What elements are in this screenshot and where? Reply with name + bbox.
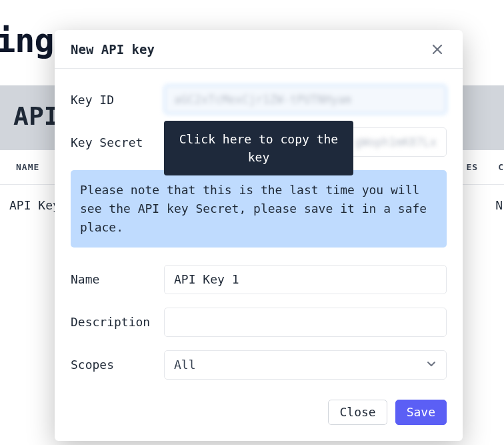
modal-footer: Close Save <box>55 400 463 441</box>
cell-right-fragment: N <box>495 198 504 212</box>
close-button[interactable]: Close <box>328 400 387 425</box>
new-api-key-modal: New API key Key ID aGC2xTcMexCjr1ZW-tPUT… <box>55 30 463 441</box>
label-key-id: Key ID <box>71 93 152 107</box>
secret-warning-notice: Please note that this is the last time y… <box>71 170 447 248</box>
key-secret-value: gWoph1mK87Lx <box>355 135 437 149</box>
chevron-down-icon <box>426 358 437 372</box>
copy-key-tooltip[interactable]: Click here to copy the key <box>164 121 353 175</box>
close-icon[interactable] <box>428 40 447 59</box>
cell-name: API Key <box>0 198 60 212</box>
row-key-id: Key ID aGC2xTcMexCjr1ZW-tPUTNHyam <box>71 85 447 114</box>
col-name-header: NAME <box>0 162 39 172</box>
key-id-field[interactable]: aGC2xTcMexCjr1ZW-tPUTNHyam <box>164 85 447 114</box>
col-header-fragment-right: ES <box>467 162 484 172</box>
scopes-select[interactable]: All <box>164 350 447 380</box>
modal-title: New API key <box>71 42 155 57</box>
row-scopes: Scopes All <box>71 350 447 380</box>
key-id-value: aGC2xTcMexCjr1ZW-tPUTNHyam <box>174 93 351 106</box>
save-button[interactable]: Save <box>395 400 447 425</box>
scopes-value: All <box>174 358 196 372</box>
label-name: Name <box>71 272 152 286</box>
description-input[interactable] <box>164 308 447 337</box>
modal-header: New API key <box>55 30 463 69</box>
row-description: Description <box>71 308 447 337</box>
row-key-secret: Key Secret Click here to copy the key gW… <box>71 127 447 157</box>
name-input[interactable] <box>164 265 447 294</box>
modal-body: Key ID aGC2xTcMexCjr1ZW-tPUTNHyam Key Se… <box>55 69 463 400</box>
label-key-secret: Key Secret <box>71 135 152 149</box>
row-name: Name <box>71 265 447 294</box>
col-header-fragment-far-right: C <box>483 162 504 172</box>
label-description: Description <box>71 315 152 329</box>
section-heading: API <box>13 101 59 131</box>
label-scopes: Scopes <box>71 358 152 372</box>
